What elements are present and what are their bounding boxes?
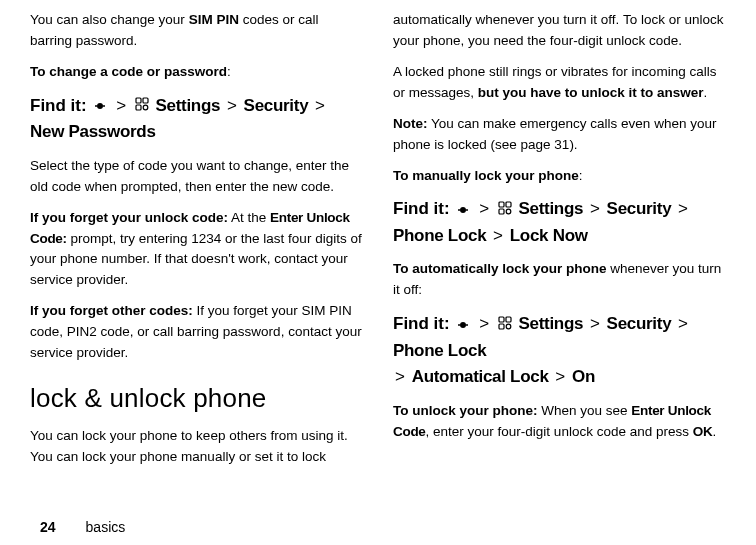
menu-path-item: Security bbox=[607, 314, 672, 333]
menu-path-item: Security bbox=[244, 96, 309, 115]
center-key-icon bbox=[456, 312, 470, 338]
center-key-icon bbox=[93, 93, 107, 119]
page-number: 24 bbox=[40, 519, 56, 535]
paragraph: automatically whenever you turn it off. … bbox=[393, 10, 726, 52]
paragraph: Select the type of code you want to chan… bbox=[30, 156, 363, 198]
svg-rect-11 bbox=[506, 202, 511, 207]
text: , enter your four-digit unlock code and … bbox=[426, 424, 693, 439]
menu-path-item: Phone Lock bbox=[393, 226, 486, 245]
separator: > bbox=[395, 367, 405, 386]
text-bold: To automatically lock your phone bbox=[393, 261, 607, 276]
svg-point-14 bbox=[458, 324, 460, 326]
separator: > bbox=[116, 96, 126, 115]
svg-rect-4 bbox=[143, 98, 148, 103]
separator: > bbox=[493, 226, 503, 245]
ui-label: OK bbox=[693, 424, 713, 439]
svg-rect-3 bbox=[136, 98, 141, 103]
find-it-label: Find it: bbox=[30, 96, 87, 115]
paragraph: If you forget other codes: If you forget… bbox=[30, 301, 363, 364]
text-bold: If you forget other codes: bbox=[30, 303, 193, 318]
text-bold: Note: bbox=[393, 116, 428, 131]
separator: > bbox=[678, 199, 688, 218]
menu-path-item: New Passwords bbox=[30, 122, 156, 141]
text: You can also change your bbox=[30, 12, 189, 27]
paragraph: Note: You can make emergency calls even … bbox=[393, 114, 726, 156]
find-it-label: Find it: bbox=[393, 199, 450, 218]
find-it-line: Find it: > Settings > Security > Phone L… bbox=[393, 311, 726, 390]
svg-point-1 bbox=[97, 103, 103, 109]
svg-point-6 bbox=[143, 105, 148, 110]
settings-icon bbox=[498, 197, 512, 223]
separator: > bbox=[590, 199, 600, 218]
page-container: You can also change your SIM PIN codes o… bbox=[0, 0, 756, 545]
menu-path-item: On bbox=[572, 367, 595, 386]
settings-icon bbox=[135, 93, 149, 119]
text: You can make emergency calls even when y… bbox=[393, 116, 716, 152]
svg-point-13 bbox=[506, 209, 511, 214]
paragraph: You can also change your SIM PIN codes o… bbox=[30, 10, 363, 52]
menu-path-item: Settings bbox=[156, 96, 221, 115]
text-bold: To manually lock your phone bbox=[393, 168, 579, 183]
svg-rect-5 bbox=[136, 105, 141, 110]
text: At the bbox=[228, 210, 270, 225]
text: When you see bbox=[538, 403, 632, 418]
separator: > bbox=[590, 314, 600, 333]
svg-point-15 bbox=[460, 322, 466, 328]
separator: > bbox=[678, 314, 688, 333]
text-bold: but you have to unlock it to answer bbox=[478, 85, 704, 100]
find-it-line: Find it: > Settings > Security > Phone L… bbox=[393, 196, 726, 249]
separator: > bbox=[315, 96, 325, 115]
subheading: To change a code or password: bbox=[30, 62, 363, 83]
menu-path-item: Settings bbox=[519, 314, 584, 333]
text-bold: SIM PIN bbox=[189, 12, 239, 27]
subheading: To manually lock your phone: bbox=[393, 166, 726, 187]
svg-point-16 bbox=[466, 324, 468, 326]
svg-rect-18 bbox=[506, 317, 511, 322]
paragraph: If you forget your unlock code: At the E… bbox=[30, 208, 363, 292]
text-bold: To change a code or password bbox=[30, 64, 227, 79]
text-bold: To unlock your phone: bbox=[393, 403, 538, 418]
text: prompt, try entering 1234 or the last fo… bbox=[30, 231, 362, 288]
text: : bbox=[227, 64, 231, 79]
separator: > bbox=[479, 199, 489, 218]
svg-rect-12 bbox=[499, 209, 504, 214]
right-column: automatically whenever you turn it off. … bbox=[393, 10, 726, 509]
text: : bbox=[579, 168, 583, 183]
find-it-line: Find it: > Settings > Security > New Pas… bbox=[30, 93, 363, 146]
menu-path-item: Lock Now bbox=[510, 226, 588, 245]
menu-path-item: Automatical Lock bbox=[412, 367, 549, 386]
paragraph: You can lock your phone to keep others f… bbox=[30, 426, 363, 468]
paragraph: To automatically lock your phone wheneve… bbox=[393, 259, 726, 301]
center-key-icon bbox=[456, 197, 470, 223]
svg-point-20 bbox=[506, 324, 511, 329]
svg-point-7 bbox=[458, 209, 460, 211]
menu-path-item: Security bbox=[607, 199, 672, 218]
svg-point-0 bbox=[95, 105, 97, 107]
paragraph: To unlock your phone: When you see Enter… bbox=[393, 401, 726, 443]
left-column: You can also change your SIM PIN codes o… bbox=[30, 10, 363, 509]
separator: > bbox=[555, 367, 565, 386]
columns-wrapper: You can also change your SIM PIN codes o… bbox=[30, 10, 726, 509]
svg-rect-10 bbox=[499, 202, 504, 207]
paragraph: A locked phone still rings or vibrates f… bbox=[393, 62, 726, 104]
page-footer: 24 basics bbox=[30, 509, 726, 535]
text-bold: If you forget your unlock code: bbox=[30, 210, 228, 225]
menu-path-item: Settings bbox=[519, 199, 584, 218]
settings-icon bbox=[498, 312, 512, 338]
separator: > bbox=[479, 314, 489, 333]
text: . bbox=[704, 85, 708, 100]
menu-path-item: Phone Lock bbox=[393, 341, 486, 360]
separator: > bbox=[227, 96, 237, 115]
section-heading: lock & unlock phone bbox=[30, 378, 363, 418]
svg-rect-19 bbox=[499, 324, 504, 329]
svg-point-2 bbox=[103, 105, 105, 107]
svg-point-9 bbox=[466, 209, 468, 211]
svg-rect-17 bbox=[499, 317, 504, 322]
svg-point-8 bbox=[460, 207, 466, 213]
footer-section-label: basics bbox=[86, 519, 126, 535]
find-it-label: Find it: bbox=[393, 314, 450, 333]
text: . bbox=[712, 424, 716, 439]
